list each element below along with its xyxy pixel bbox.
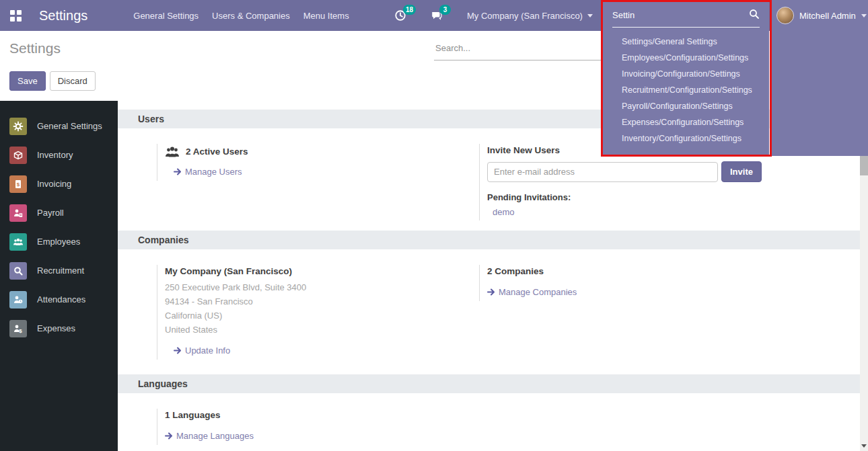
- sidebar-item-recruitment[interactable]: Recruitment: [0, 256, 118, 285]
- search-result-item[interactable]: Settings/General Settings: [603, 34, 769, 50]
- users-group-icon: [165, 145, 180, 158]
- page-title: Settings: [9, 40, 61, 56]
- sidebar-item-general-settings[interactable]: General Settings: [0, 112, 118, 140]
- user-name: Mitchell Admin: [799, 11, 856, 21]
- payroll-icon: [9, 204, 27, 222]
- languages-count-label: 1 Languages: [165, 410, 479, 420]
- expense-icon: $: [9, 320, 27, 337]
- sidebar-item-payroll[interactable]: Payroll: [0, 198, 118, 227]
- sidebar-item-label: Invoicing: [37, 179, 71, 189]
- settings-sidebar: General Settings Inventory $ Invoicing P…: [0, 101, 118, 451]
- invite-email-input[interactable]: [487, 162, 718, 182]
- app-brand-title[interactable]: Settings: [39, 8, 87, 24]
- manage-users-link[interactable]: Manage Users: [174, 167, 242, 177]
- menu-users-companies[interactable]: Users & Companies: [205, 1, 297, 30]
- sidebar-item-invoicing[interactable]: $ Invoicing: [0, 169, 118, 198]
- scrollbar-down-arrow-icon[interactable]: [861, 444, 867, 448]
- sidebar-item-expenses[interactable]: $ Expenses: [0, 314, 118, 343]
- chevron-down-icon: [587, 14, 593, 17]
- pending-invitations-title: Pending Invitations:: [487, 192, 795, 202]
- menu-search-input[interactable]: [612, 7, 760, 28]
- arrow-right-icon: [487, 288, 495, 296]
- address-line: 250 Executive Park Blvd, Suite 3400: [165, 280, 479, 294]
- activities-button[interactable]: 18: [394, 0, 414, 31]
- chevron-down-icon: [861, 14, 867, 17]
- manage-languages-label: Manage Languages: [176, 431, 254, 441]
- arrow-right-icon: [174, 347, 182, 354]
- employees-icon: [9, 233, 27, 251]
- search-icon[interactable]: [749, 9, 760, 19]
- sidebar-item-inventory[interactable]: Inventory: [0, 140, 118, 169]
- company-name: My Company (San Francisco): [165, 266, 479, 276]
- sidebar-item-attendances[interactable]: Attendances: [0, 285, 118, 314]
- manage-users-label: Manage Users: [185, 167, 242, 177]
- svg-text:$: $: [17, 181, 20, 187]
- address-line: California (US): [165, 309, 479, 323]
- search-result-item[interactable]: Employees/Configuration/Settings: [603, 50, 769, 66]
- invite-button[interactable]: Invite: [721, 161, 762, 182]
- settings-search-input[interactable]: [434, 39, 602, 60]
- search-result-item[interactable]: Payroll/Configuration/Settings: [603, 98, 769, 114]
- active-users-label: 2 Active Users: [186, 147, 248, 157]
- box-icon: [9, 147, 27, 164]
- active-users-box: 2 Active Users Manage Users: [157, 144, 479, 181]
- sidebar-item-label: Inventory: [37, 150, 73, 160]
- arrow-right-icon: [165, 432, 173, 440]
- apps-grid-icon: [10, 10, 22, 22]
- sidebar-item-employees[interactable]: Employees: [0, 227, 118, 256]
- arrow-right-icon: [174, 168, 182, 175]
- section-header-languages: Languages: [118, 374, 860, 393]
- manage-languages-link[interactable]: Manage Languages: [165, 431, 254, 441]
- systray: 18 3 My Company (San Francisco): [394, 0, 593, 31]
- menu-menu-items[interactable]: Menu Items: [297, 1, 356, 30]
- discard-button[interactable]: Discard: [50, 71, 96, 91]
- company-switcher[interactable]: My Company (San Francisco): [467, 11, 593, 21]
- languages-box: 1 Languages Manage Languages: [157, 409, 479, 445]
- company-switcher-label: My Company (San Francisco): [467, 11, 583, 21]
- address-line: 94134 - San Francisco: [165, 294, 479, 309]
- search-result-item[interactable]: Recruitment/Configuration/Settings: [603, 82, 769, 98]
- user-menu-panel: Mitchell Admin: [771, 0, 868, 156]
- update-info-link[interactable]: Update Info: [174, 345, 230, 356]
- gear-icon: [9, 118, 27, 135]
- search-result-item[interactable]: Expenses/Configuration/Settings: [603, 114, 769, 130]
- scrollbar-thumb[interactable]: [860, 156, 868, 175]
- company-info-box: My Company (San Francisco) 250 Executive…: [157, 265, 479, 360]
- activities-count-badge: 18: [403, 5, 416, 15]
- sidebar-item-label: General Settings: [37, 121, 102, 131]
- companies-count-box: 2 Companies Manage Companies: [479, 265, 795, 301]
- sidebar-item-label: Expenses: [37, 323, 75, 333]
- form-buttons: Save Discard: [9, 71, 96, 91]
- sidebar-item-label: Recruitment: [37, 265, 84, 276]
- section-header-companies: Companies: [118, 231, 860, 249]
- messages-count-badge: 3: [439, 5, 451, 15]
- apps-menu-button[interactable]: [0, 0, 31, 31]
- company-address: 250 Executive Park Blvd, Suite 3400 9413…: [165, 280, 479, 337]
- user-menu-toggle[interactable]: Mitchell Admin: [771, 0, 868, 31]
- sidebar-item-label: Payroll: [37, 208, 64, 218]
- avatar: [776, 7, 794, 24]
- companies-count-label: 2 Companies: [487, 266, 795, 276]
- menu-general-settings[interactable]: General Settings: [126, 1, 205, 30]
- menu-search-results: Settings/General Settings Employees/Conf…: [603, 28, 769, 147]
- menu-search-dropdown: Settings/General Settings Employees/Conf…: [603, 2, 769, 155]
- save-button[interactable]: Save: [9, 71, 46, 91]
- app-menu: General Settings Users & Companies Menu …: [126, 1, 355, 30]
- manage-companies-link[interactable]: Manage Companies: [487, 287, 577, 297]
- address-line: United States: [165, 323, 479, 337]
- svg-text:$: $: [19, 328, 22, 334]
- search-result-item[interactable]: Invoicing/Configuration/Settings: [603, 66, 769, 82]
- sidebar-item-label: Employees: [37, 237, 80, 247]
- update-info-label: Update Info: [185, 345, 230, 356]
- search-result-item[interactable]: Inventory/Configuration/Settings: [603, 130, 769, 147]
- messages-button[interactable]: 3: [431, 0, 451, 31]
- pending-user-link[interactable]: demo: [493, 207, 515, 217]
- manage-companies-label: Manage Companies: [499, 287, 577, 297]
- invoice-icon: $: [9, 175, 27, 193]
- sidebar-item-label: Attendances: [37, 294, 85, 304]
- invite-users-box: Invite New Users Invite Pending Invitati…: [479, 144, 795, 220]
- attendance-icon: [9, 291, 27, 309]
- magnifier-icon: [9, 262, 27, 280]
